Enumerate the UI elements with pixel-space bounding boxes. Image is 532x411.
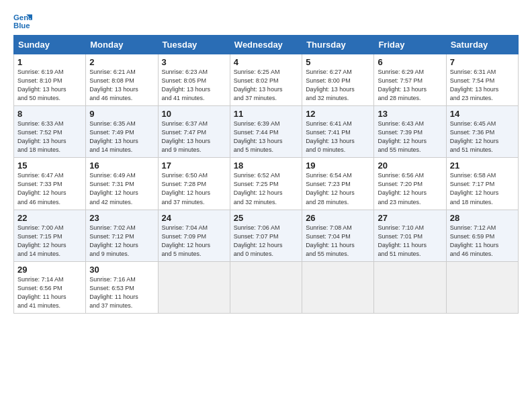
col-header-friday: Friday — [374, 36, 446, 54]
day-number: 3 — [162, 57, 226, 67]
calendar-cell — [158, 261, 230, 313]
calendar-cell: 20Sunrise: 6:56 AM Sunset: 7:20 PM Dayli… — [374, 158, 446, 210]
day-number: 18 — [234, 161, 298, 171]
col-header-saturday: Saturday — [446, 36, 518, 54]
logo-icon: General Blue — [13, 12, 32, 31]
day-info: Sunrise: 6:43 AM Sunset: 7:39 PM Dayligh… — [378, 120, 442, 154]
day-info: Sunrise: 7:06 AM Sunset: 7:07 PM Dayligh… — [234, 224, 298, 259]
day-info: Sunrise: 6:39 AM Sunset: 7:44 PM Dayligh… — [234, 120, 298, 154]
calendar-week-4: 22Sunrise: 7:00 AM Sunset: 7:15 PM Dayli… — [14, 210, 519, 261]
day-info: Sunrise: 6:58 AM Sunset: 7:17 PM Dayligh… — [450, 171, 515, 206]
day-info: Sunrise: 7:16 AM Sunset: 6:53 PM Dayligh… — [89, 275, 154, 310]
calendar-week-1: 1Sunrise: 6:19 AM Sunset: 8:10 PM Daylig… — [14, 54, 519, 106]
calendar-cell: 24Sunrise: 7:04 AM Sunset: 7:09 PM Dayli… — [158, 210, 230, 261]
calendar-cell: 14Sunrise: 6:45 AM Sunset: 7:36 PM Dayli… — [446, 106, 518, 158]
day-info: Sunrise: 7:02 AM Sunset: 7:12 PM Dayligh… — [89, 224, 154, 259]
day-info: Sunrise: 6:47 AM Sunset: 7:33 PM Dayligh… — [17, 171, 82, 206]
calendar-cell: 6Sunrise: 6:29 AM Sunset: 7:57 PM Daylig… — [374, 54, 446, 106]
col-header-wednesday: Wednesday — [230, 36, 302, 54]
page: General Blue SundayMondayTuesdayWednesda… — [0, 0, 532, 411]
day-info: Sunrise: 6:33 AM Sunset: 7:52 PM Dayligh… — [17, 120, 82, 154]
day-number: 6 — [378, 57, 442, 67]
day-number: 22 — [17, 213, 82, 223]
day-info: Sunrise: 7:04 AM Sunset: 7:09 PM Dayligh… — [162, 224, 226, 259]
calendar-cell: 25Sunrise: 7:06 AM Sunset: 7:07 PM Dayli… — [230, 210, 302, 261]
calendar-cell: 26Sunrise: 7:08 AM Sunset: 7:04 PM Dayli… — [302, 210, 374, 261]
day-info: Sunrise: 6:56 AM Sunset: 7:20 PM Dayligh… — [378, 171, 442, 206]
day-info: Sunrise: 6:19 AM Sunset: 8:10 PM Dayligh… — [17, 68, 82, 103]
day-number: 1 — [17, 57, 82, 67]
calendar-cell: 2Sunrise: 6:21 AM Sunset: 8:08 PM Daylig… — [86, 54, 158, 106]
calendar-cell: 10Sunrise: 6:37 AM Sunset: 7:47 PM Dayli… — [158, 106, 230, 158]
calendar-cell: 23Sunrise: 7:02 AM Sunset: 7:12 PM Dayli… — [86, 210, 158, 261]
day-number: 11 — [234, 109, 298, 119]
day-info: Sunrise: 6:49 AM Sunset: 7:31 PM Dayligh… — [89, 171, 154, 206]
calendar-cell: 1Sunrise: 6:19 AM Sunset: 8:10 PM Daylig… — [14, 54, 86, 106]
day-number: 8 — [17, 109, 82, 119]
col-header-sunday: Sunday — [14, 36, 86, 54]
day-number: 29 — [17, 265, 82, 275]
day-number: 9 — [89, 109, 154, 119]
day-number: 26 — [306, 213, 370, 223]
calendar-cell: 5Sunrise: 6:27 AM Sunset: 8:00 PM Daylig… — [302, 54, 374, 106]
calendar-cell: 17Sunrise: 6:50 AM Sunset: 7:28 PM Dayli… — [158, 158, 230, 210]
day-number: 23 — [89, 213, 154, 223]
day-info: Sunrise: 6:52 AM Sunset: 7:25 PM Dayligh… — [234, 171, 298, 206]
calendar-cell: 7Sunrise: 6:31 AM Sunset: 7:54 PM Daylig… — [446, 54, 518, 106]
calendar-cell: 15Sunrise: 6:47 AM Sunset: 7:33 PM Dayli… — [14, 158, 86, 210]
calendar-cell — [446, 261, 518, 313]
calendar-cell: 21Sunrise: 6:58 AM Sunset: 7:17 PM Dayli… — [446, 158, 518, 210]
day-info: Sunrise: 6:21 AM Sunset: 8:08 PM Dayligh… — [89, 68, 154, 103]
col-header-thursday: Thursday — [302, 36, 374, 54]
calendar-week-2: 8Sunrise: 6:33 AM Sunset: 7:52 PM Daylig… — [14, 106, 519, 158]
header: General Blue — [13, 12, 519, 31]
day-number: 14 — [450, 109, 515, 119]
day-info: Sunrise: 6:54 AM Sunset: 7:23 PM Dayligh… — [306, 171, 370, 206]
day-number: 27 — [378, 213, 442, 223]
day-info: Sunrise: 7:08 AM Sunset: 7:04 PM Dayligh… — [306, 224, 370, 259]
day-number: 24 — [162, 213, 226, 223]
calendar-cell: 19Sunrise: 6:54 AM Sunset: 7:23 PM Dayli… — [302, 158, 374, 210]
calendar-cell: 29Sunrise: 7:14 AM Sunset: 6:56 PM Dayli… — [14, 261, 86, 313]
calendar-cell — [374, 261, 446, 313]
day-number: 20 — [378, 161, 442, 171]
day-info: Sunrise: 6:50 AM Sunset: 7:28 PM Dayligh… — [162, 171, 226, 206]
calendar-cell: 30Sunrise: 7:16 AM Sunset: 6:53 PM Dayli… — [86, 261, 158, 313]
day-number: 17 — [162, 161, 226, 171]
calendar-cell: 13Sunrise: 6:43 AM Sunset: 7:39 PM Dayli… — [374, 106, 446, 158]
day-info: Sunrise: 6:29 AM Sunset: 7:57 PM Dayligh… — [378, 68, 442, 103]
day-info: Sunrise: 6:37 AM Sunset: 7:47 PM Dayligh… — [162, 120, 226, 154]
day-info: Sunrise: 6:31 AM Sunset: 7:54 PM Dayligh… — [450, 68, 515, 103]
calendar-cell: 18Sunrise: 6:52 AM Sunset: 7:25 PM Dayli… — [230, 158, 302, 210]
day-info: Sunrise: 6:25 AM Sunset: 8:02 PM Dayligh… — [234, 68, 298, 103]
day-number: 21 — [450, 161, 515, 171]
calendar-table: SundayMondayTuesdayWednesdayThursdayFrid… — [13, 35, 519, 314]
day-number: 15 — [17, 161, 82, 171]
calendar-week-3: 15Sunrise: 6:47 AM Sunset: 7:33 PM Dayli… — [14, 158, 519, 210]
day-info: Sunrise: 7:10 AM Sunset: 7:01 PM Dayligh… — [378, 224, 442, 259]
day-info: Sunrise: 6:35 AM Sunset: 7:49 PM Dayligh… — [89, 120, 154, 154]
calendar-cell: 9Sunrise: 6:35 AM Sunset: 7:49 PM Daylig… — [86, 106, 158, 158]
day-info: Sunrise: 7:12 AM Sunset: 6:59 PM Dayligh… — [450, 224, 515, 259]
day-number: 2 — [89, 57, 154, 67]
day-number: 19 — [306, 161, 370, 171]
calendar-cell: 11Sunrise: 6:39 AM Sunset: 7:44 PM Dayli… — [230, 106, 302, 158]
day-number: 16 — [89, 161, 154, 171]
day-number: 7 — [450, 57, 515, 67]
day-info: Sunrise: 7:14 AM Sunset: 6:56 PM Dayligh… — [17, 275, 82, 310]
col-header-monday: Monday — [86, 36, 158, 54]
calendar-cell: 22Sunrise: 7:00 AM Sunset: 7:15 PM Dayli… — [14, 210, 86, 261]
calendar-cell — [302, 261, 374, 313]
calendar-cell: 27Sunrise: 7:10 AM Sunset: 7:01 PM Dayli… — [374, 210, 446, 261]
svg-text:Blue: Blue — [13, 21, 30, 30]
day-info: Sunrise: 6:27 AM Sunset: 8:00 PM Dayligh… — [306, 68, 370, 103]
day-number: 28 — [450, 213, 515, 223]
day-info: Sunrise: 6:41 AM Sunset: 7:41 PM Dayligh… — [306, 120, 370, 154]
calendar-cell: 12Sunrise: 6:41 AM Sunset: 7:41 PM Dayli… — [302, 106, 374, 158]
logo: General Blue — [13, 12, 32, 31]
day-number: 13 — [378, 109, 442, 119]
day-number: 12 — [306, 109, 370, 119]
day-info: Sunrise: 7:00 AM Sunset: 7:15 PM Dayligh… — [17, 224, 82, 259]
calendar-cell: 3Sunrise: 6:23 AM Sunset: 8:05 PM Daylig… — [158, 54, 230, 106]
col-header-tuesday: Tuesday — [158, 36, 230, 54]
